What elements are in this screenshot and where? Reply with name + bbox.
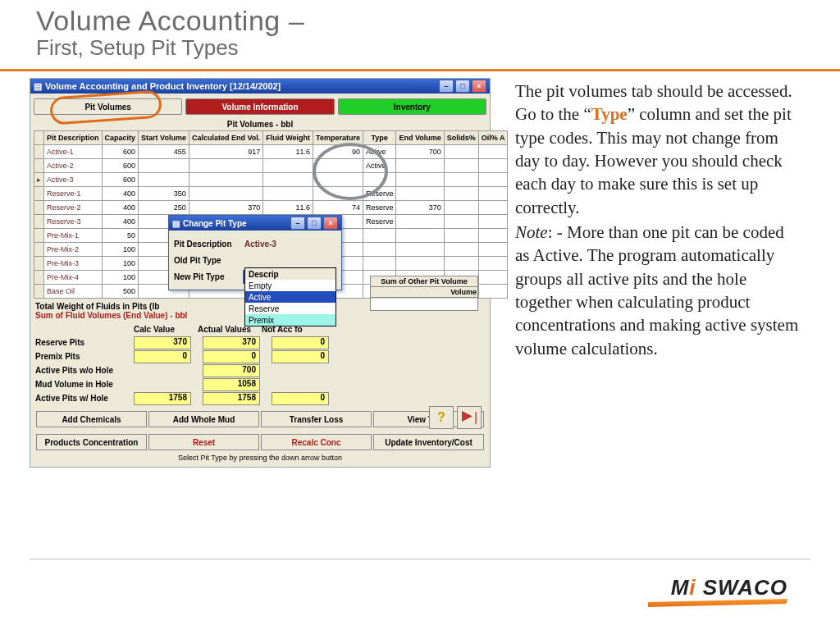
cell-fw[interactable]: 11.6 [263,145,313,159]
calc-value[interactable]: 700 [203,364,260,377]
cell-empty[interactable] [478,201,508,215]
cell-type[interactable]: Reserve [363,215,396,229]
cell-cap[interactable]: 600 [102,145,139,159]
column-header[interactable]: Solids% [444,131,478,145]
column-header[interactable]: Type [363,131,396,145]
dialog-minimize-button[interactable]: – [290,217,305,230]
column-header[interactable]: Capacity [102,131,139,145]
cell-cev[interactable] [189,173,262,187]
cell-desc[interactable]: Active-1 [44,145,103,159]
change-pit-type-dialog[interactable]: ▤ Change Pit Type – □ × Pit DescriptionA… [168,215,342,290]
transfer-loss-button[interactable]: Transfer Loss [261,411,372,427]
cell-ev[interactable]: 700 [396,145,444,159]
cell-sv[interactable]: 455 [139,145,189,159]
table-row[interactable]: Active-160045591711.690Active700 [34,145,508,159]
table-row[interactable]: Active-2600Active [34,159,508,173]
cell-ev[interactable] [396,229,444,243]
column-header[interactable]: Calculated End Vol. [189,131,262,145]
cell-empty[interactable] [478,285,508,299]
calc-value[interactable]: 0 [272,392,329,405]
cell-fw[interactable] [263,159,313,173]
pit-type-dropdown-list[interactable]: DescripEmptyActiveReservePremix [244,267,336,326]
exit-icon[interactable]: ⯈| [457,406,482,429]
column-header[interactable]: End Volume [396,131,444,145]
maximize-button[interactable]: □ [455,80,470,93]
table-row[interactable]: Reserve-1400350Reserve [34,187,508,201]
calc-value[interactable]: 370 [134,336,191,349]
calc-value[interactable]: 1758 [203,392,260,405]
table-row[interactable]: Reserve-240025037011.674Reserve370 [34,201,508,215]
cell-type[interactable]: Active [363,145,396,159]
cell-sv[interactable] [139,159,189,173]
cell-cap[interactable]: 100 [102,243,139,257]
dropdown-option[interactable]: Descrip [245,268,336,280]
cell-cap[interactable]: 50 [102,229,139,243]
cell-desc[interactable]: Active-2 [44,159,103,173]
cell-temp[interactable] [313,187,363,201]
dropdown-option[interactable]: Active [245,291,336,303]
cell-empty[interactable] [478,229,508,243]
cell-ev[interactable] [396,243,444,257]
tab-inventory[interactable]: Inventory [338,98,486,115]
cell-sv[interactable]: 350 [139,187,189,201]
calc-value[interactable]: 0 [272,336,329,349]
cell-empty[interactable] [444,215,478,229]
dropdown-option[interactable]: Reserve [245,303,336,314]
calc-value[interactable]: 1058 [203,378,260,391]
cell-ev[interactable]: 370 [396,201,444,215]
cell-empty[interactable] [444,187,478,201]
cell-empty[interactable] [478,257,508,271]
cell-desc[interactable]: Reserve-1 [44,187,103,201]
cell-type[interactable]: Reserve [363,187,396,201]
cell-cev[interactable]: 917 [189,145,262,159]
cell-empty[interactable] [478,159,508,173]
cell-sv[interactable] [139,173,189,187]
cell-empty[interactable] [444,257,478,271]
cell-empty[interactable] [444,145,478,159]
cell-ev[interactable] [396,215,444,229]
cell-cev[interactable]: 370 [189,201,262,215]
minimize-button[interactable]: – [439,80,454,93]
cell-ev[interactable] [396,187,444,201]
cell-cap[interactable]: 600 [102,173,139,187]
help-icon[interactable]: ? [429,406,454,429]
recalc-conc-button[interactable]: Recalc Conc [261,434,372,450]
dialog-close-button[interactable]: × [323,217,338,230]
cell-cev[interactable] [189,159,262,173]
tab-volume-information[interactable]: Volume Information [185,98,334,115]
column-header[interactable]: Pit Description [44,131,103,145]
cell-cap[interactable]: 400 [102,187,139,201]
dialog-maximize-button[interactable]: □ [307,217,322,230]
cell-desc[interactable]: Reserve-2 [44,201,103,215]
cell-desc[interactable]: Pre-Mix-3 [44,257,103,271]
cell-cev[interactable] [189,187,262,201]
cell-sv[interactable]: 250 [139,201,189,215]
update-inventory-button[interactable]: Update Inventory/Cost [373,434,484,450]
close-button[interactable]: × [472,80,486,93]
cell-empty[interactable] [478,145,508,159]
cell-cap[interactable]: 600 [102,159,139,173]
calc-value[interactable]: 370 [203,336,260,349]
cell-ev[interactable] [396,159,444,173]
column-header[interactable]: Temperature [313,131,363,145]
add-whole-mud-button[interactable]: Add Whole Mud [148,411,259,427]
window-titlebar[interactable]: ▤ Volume Accounting and Product Inventor… [30,79,490,94]
column-header[interactable]: Start Volume [139,131,189,145]
cell-desc[interactable]: Pre-Mix-1 [44,229,103,243]
cell-fw[interactable]: 11.6 [263,201,313,215]
cell-empty[interactable] [478,215,508,229]
tab-pit-volumes[interactable]: Pit Volumes [34,98,182,115]
cell-type[interactable] [363,257,396,271]
cell-temp[interactable] [313,173,363,187]
cell-empty[interactable] [444,243,478,257]
cell-empty[interactable] [478,187,508,201]
cell-type[interactable] [363,173,396,187]
cell-temp[interactable]: 74 [313,201,363,215]
cell-type[interactable]: Reserve [363,201,396,215]
cell-cap[interactable]: 400 [102,201,139,215]
dropdown-option[interactable]: Premix [245,314,336,326]
cell-desc[interactable]: Pre-Mix-2 [44,243,103,257]
cell-ev[interactable] [396,173,444,187]
cell-empty[interactable] [444,173,478,187]
cell-fw[interactable] [263,173,313,187]
